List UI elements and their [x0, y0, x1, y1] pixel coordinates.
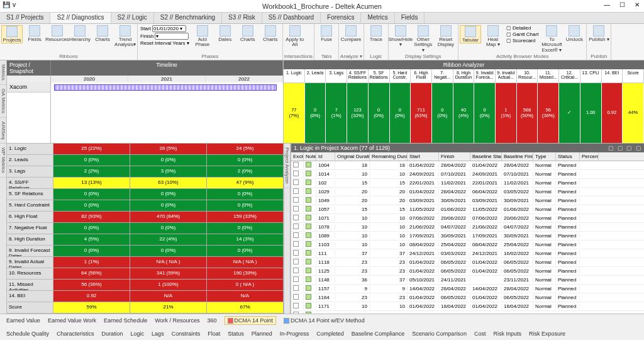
table-column-header[interactable]: Notes	[304, 152, 316, 161]
timeline-year[interactable]: 2021	[128, 76, 206, 82]
table-row[interactable]: 11642323 01/04/202206/05/202201/04/20220…	[291, 293, 644, 302]
ribbon-button[interactable]: Fields	[24, 25, 45, 42]
table-row[interactable]: 1113737 24/12/202103/03/202224/12/202116…	[291, 249, 644, 258]
footer-link[interactable]: Duration	[102, 331, 123, 337]
project-name[interactable]: Xacom	[7, 82, 50, 93]
note-icon[interactable]	[306, 215, 311, 220]
table-row[interactable]: 11252323 01/04/202206/05/202201/04/20220…	[291, 267, 644, 276]
analyzer-col-header[interactable]: 3. Lags	[326, 69, 347, 83]
footer-tab[interactable]: 360	[208, 317, 217, 324]
table-tool-icon[interactable]: ▢	[608, 145, 614, 151]
workbook-tab[interactable]: Metrics	[361, 13, 394, 23]
side-tab[interactable]: WP Metrics	[0, 144, 6, 178]
footer-link[interactable]: Risk Exposure	[529, 331, 565, 337]
workbook-tab[interactable]: S2 // Benchmarking	[154, 13, 222, 23]
table-row[interactable]: 11031010 08/04/202225/04/202208/04/20222…	[291, 241, 644, 249]
metric-cell[interactable]: N/A ( N/A )	[207, 257, 284, 268]
analyzer-col-header[interactable]: 11. Missed...	[538, 69, 559, 83]
ribbon-button[interactable]: Show/Hide ▾	[390, 25, 411, 48]
table-row[interactable]: 1021515 22/01/202111/02/202122/01/202111…	[291, 179, 644, 188]
footer-tab[interactable]: Work / Resources	[155, 317, 199, 324]
metric-label[interactable]: 6. High Float	[7, 212, 53, 223]
metric-label[interactable]: 11. Missed Activities	[7, 280, 53, 291]
footer-tab[interactable]: Earned Value	[6, 317, 40, 324]
date-input[interactable]	[155, 33, 189, 40]
maximize-button[interactable]: ☐	[618, 1, 626, 8]
analyzer-value-cell[interactable]: 1.00	[580, 83, 602, 143]
save-icon[interactable]: 💾	[3, 1, 10, 8]
excluded-checkbox[interactable]	[293, 241, 299, 247]
analyzer-col-header[interactable]: 10. Resour...	[517, 69, 538, 83]
excluded-checkbox[interactable]	[293, 294, 299, 300]
table-column-header[interactable]: Remaining Duration	[370, 152, 408, 161]
analyzer-value-cell[interactable]: ✓	[559, 83, 580, 143]
date-input[interactable]	[152, 25, 186, 32]
excluded-checkbox[interactable]	[293, 250, 299, 256]
metric-cell[interactable]: 2 (0%)	[207, 166, 284, 177]
metric-cell[interactable]: 24 (5%)	[207, 144, 284, 154]
footer-tab[interactable]: Earned Value Work	[48, 317, 96, 324]
metric-cell[interactable]: N/A ( N/A )	[130, 257, 207, 268]
metric-cell[interactable]: 0 ( N/A )	[207, 280, 284, 290]
table-row[interactable]: 11182323 01/04/202206/05/202201/04/20220…	[291, 258, 644, 267]
table-column-header[interactable]: Original Duration	[335, 152, 370, 161]
timeline-year[interactable]: 2022	[206, 76, 283, 82]
table-column-header[interactable]: Status	[556, 152, 580, 161]
excluded-checkbox[interactable]	[293, 162, 299, 167]
analyzer-value-cell[interactable]: 77(7%)	[284, 83, 305, 143]
footer-link[interactable]: Planned	[252, 331, 272, 337]
note-icon[interactable]	[306, 232, 311, 238]
metric-cell[interactable]: 341 (59%)	[130, 268, 207, 279]
analyzer-col-header[interactable]: Score	[623, 69, 644, 83]
table-column-header[interactable]: Start	[408, 152, 439, 161]
table-column-header[interactable]: Baseline Start	[470, 152, 502, 161]
metric-label[interactable]: 9. Invalid Forecast Dates	[7, 246, 53, 257]
side-tab[interactable]: GA Metrics	[0, 85, 6, 118]
ribbon-button[interactable]: Add Phase	[192, 25, 213, 48]
ribbon-button[interactable]: Trace	[365, 25, 387, 42]
metric-label[interactable]: 14. BEI	[7, 291, 53, 302]
metric-label[interactable]: 5. Hard Constraint	[7, 200, 53, 212]
metric-label[interactable]: 7. Negative Float	[7, 223, 53, 234]
workbook-tab[interactable]: S5 // Dashboard	[262, 13, 321, 23]
metric-cell[interactable]: 0 (0%)	[53, 189, 130, 200]
ribbon-button[interactable]: Undock	[564, 25, 585, 42]
metric-label[interactable]: 2. Leads	[7, 155, 53, 166]
table-column-header[interactable]: Finish	[439, 152, 470, 161]
metric-cell[interactable]: 0 (0%)	[130, 223, 207, 234]
ribbon-button[interactable]: Charts	[260, 25, 281, 42]
side-tab[interactable]: AIMSeq	[0, 118, 6, 144]
metric-cell[interactable]: 0 (0%)	[207, 200, 284, 211]
ribbon-button[interactable]: Hierarchy	[69, 25, 91, 42]
footer-link[interactable]: Completed	[316, 331, 344, 337]
note-icon[interactable]	[306, 259, 311, 264]
excluded-checkbox[interactable]	[293, 215, 299, 220]
table-row[interactable]: 115799 14/04/202228/04/202214/04/202228/…	[291, 285, 644, 293]
footer-link[interactable]: Characteristics	[57, 331, 94, 337]
footer-tab[interactable]: DCMA 14 Point	[225, 316, 277, 325]
metric-cell[interactable]: 0 (0%)	[207, 189, 284, 200]
footer-link[interactable]: Float	[208, 331, 220, 337]
excluded-checkbox[interactable]	[293, 259, 299, 264]
analyzer-col-header[interactable]: 8. High Duration	[453, 69, 475, 83]
analyzer-col-header[interactable]: 1. Logic	[284, 69, 305, 83]
ribbon-option[interactable]: ▢ Gantt Chart	[506, 31, 539, 37]
metric-cell[interactable]: 4 (5%)	[53, 234, 130, 245]
metric-cell[interactable]: 56 (36%)	[53, 280, 130, 290]
metric-cell[interactable]: 64 (56%)	[53, 268, 130, 279]
note-icon[interactable]	[306, 276, 311, 282]
analyzer-col-header[interactable]: 9. Invalid Foreca...	[474, 69, 496, 83]
table-row[interactable]: 10141010 24/09/202107/10/202124/09/20210…	[291, 170, 644, 179]
workbook-tab[interactable]: S3 // Risk	[222, 13, 262, 23]
footer-link[interactable]: Lags	[152, 331, 164, 337]
table-row[interactable]: 10492020 03/09/202130/09/202103/09/20213…	[291, 196, 644, 205]
metric-cell[interactable]: 0 (0%)	[130, 189, 207, 200]
note-icon[interactable]	[306, 188, 311, 194]
excluded-checkbox[interactable]	[293, 285, 299, 291]
metric-cell[interactable]: 21%	[130, 302, 207, 313]
metric-cell[interactable]: N/A	[207, 291, 284, 302]
ribbon-button[interactable]: Dates	[214, 25, 236, 42]
metric-label[interactable]: 9. Invalid Actual Dates	[7, 257, 53, 268]
table-column-header[interactable]: Baseline Finish	[502, 152, 533, 161]
metric-cell[interactable]: 0 (0%)	[53, 246, 130, 256]
